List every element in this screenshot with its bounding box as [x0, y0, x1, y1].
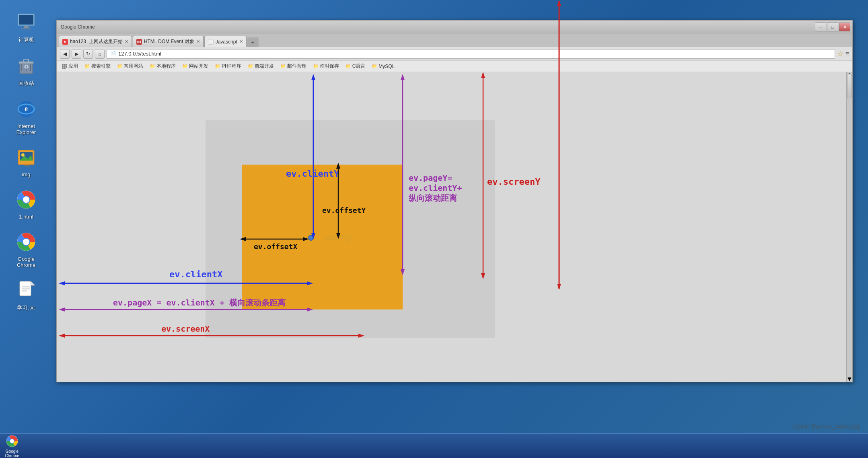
folder-icon-php: 📁	[215, 64, 220, 69]
menu-button[interactable]: ≡	[845, 50, 849, 58]
desktop-icon-1html[interactable]: 1.html	[4, 186, 48, 222]
svg-rect-2	[24, 26, 29, 28]
tab-javascript[interactable]: Javascript ✕	[204, 36, 247, 47]
folder-icon-frontend: 📁	[248, 64, 253, 69]
watermark: CSDN @weixin_44995391	[793, 423, 860, 430]
tab3-label: Javascript	[216, 39, 237, 45]
home-button[interactable]: ⌂	[95, 49, 105, 59]
svg-rect-38	[64, 68, 66, 69]
tab-hao123[interactable]: h hao123_上网从这里开始 ✕	[59, 36, 132, 47]
folder-icon-local: 📁	[150, 64, 155, 69]
url-box[interactable]: 📄 127.0.0.5/test.html	[107, 49, 835, 59]
scrollbar-thumb[interactable]	[847, 74, 852, 98]
bookmark-local[interactable]: 📁 本地程序	[148, 62, 177, 70]
bookmark-c[interactable]: 📁 C语言	[344, 62, 367, 70]
orange-box: azding	[242, 165, 403, 309]
close-button[interactable]: ✕	[839, 23, 850, 31]
svg-marker-63	[481, 72, 485, 78]
recycle-icon: ♻	[14, 54, 38, 78]
desktop-icon-chrome[interactable]: GoogleChrome	[4, 228, 48, 270]
bookmark-mysql-label: MySQL	[378, 64, 395, 69]
bookmark-frontend[interactable]: 📁 前端开发	[246, 62, 276, 70]
svg-rect-3	[21, 28, 31, 29]
bookmark-php[interactable]: 📁 PHP程序	[213, 62, 243, 70]
page-content: azding ev.clientY	[57, 72, 846, 382]
forward-button[interactable]: ▶	[72, 49, 81, 59]
bookmark-email-label: 邮件营销	[287, 63, 306, 70]
bookmark-webdev-label: 网站开发	[189, 63, 208, 70]
bookmarks-bar: 应用 📁 搜索引擎 📁 常用网站 📁 本地程序 📁 网站开发 📁 PHP程序	[57, 61, 852, 72]
1html-icon-label: 1.html	[19, 214, 33, 220]
bookmark-email[interactable]: 📁 邮件营销	[279, 62, 308, 70]
recycle-icon-label: 回收站	[19, 80, 34, 87]
window-controls: ─ □ ✕	[815, 23, 850, 31]
svg-marker-27	[31, 281, 35, 285]
browser-title: Google Chrome	[61, 24, 95, 30]
tab1-close[interactable]: ✕	[125, 39, 128, 44]
bookmark-apps[interactable]: 应用	[60, 62, 80, 70]
chrome-1html-icon	[14, 188, 38, 212]
folder-icon-email: 📁	[280, 64, 286, 69]
loading-text: azding	[325, 232, 351, 242]
scrollbar[interactable]: ▲ ▼	[846, 72, 852, 382]
tab-w3[interactable]: w3 HTML DOM Event 对象 ✕	[133, 36, 204, 47]
browser-window: Google Chrome ─ □ ✕ h hao123_上网从这里开始 ✕ w…	[56, 20, 853, 382]
svg-point-21	[23, 196, 29, 203]
ie-icon: e	[14, 97, 38, 121]
svg-rect-36	[66, 66, 67, 68]
svg-marker-58	[401, 74, 405, 80]
svg-marker-43	[59, 281, 65, 285]
txt-icon	[14, 278, 38, 302]
tab2-close[interactable]: ✕	[196, 39, 200, 44]
desktop-icon-img[interactable]: img img	[4, 143, 48, 179]
bookmark-common-label: 常用网站	[124, 63, 143, 70]
folder-icon-c: 📁	[346, 64, 351, 69]
desktop-icon-txt[interactable]: 学习.txt	[4, 276, 48, 314]
w3-favicon: w3	[136, 39, 142, 45]
svg-rect-35	[64, 66, 66, 68]
bookmark-mysql[interactable]: 📁 MySQL	[370, 63, 396, 70]
svg-rect-37	[62, 68, 64, 69]
tab1-label: hao123_上网从这里开始	[70, 38, 123, 45]
url-text: 127.0.0.5/test.html	[118, 51, 161, 57]
js-favicon	[208, 39, 214, 45]
bookmark-c-label: C语言	[352, 63, 366, 70]
apps-grid-icon	[62, 64, 67, 69]
bookmark-webdev[interactable]: 📁 网站开发	[181, 62, 210, 70]
minimize-button[interactable]: ─	[815, 23, 826, 31]
svg-rect-25	[20, 281, 31, 296]
maximize-button[interactable]: □	[827, 23, 838, 31]
back-button[interactable]: ◀	[60, 49, 70, 59]
svg-rect-31	[62, 64, 64, 66]
bookmark-temp[interactable]: 📁 临时保存	[311, 62, 341, 70]
bookmark-search-label: 搜索引擎	[91, 63, 111, 70]
new-tab-button[interactable]: +	[247, 37, 259, 47]
svg-rect-33	[66, 64, 67, 66]
bookmark-search[interactable]: 📁 搜索引擎	[83, 62, 112, 70]
desktop: 计算机 ♻ 回收站	[0, 0, 868, 458]
address-bar: ◀ ▶ ↻ ⌂ 📄 127.0.0.5/test.html ☆ ≡	[57, 47, 852, 61]
google-chrome-icon-label: GoogleChrome	[17, 256, 35, 268]
svg-point-16	[21, 153, 25, 157]
taskbar-chrome[interactable]: GoogleChrome	[0, 432, 24, 458]
folder-icon-search: 📁	[84, 64, 90, 69]
svg-rect-1	[19, 15, 33, 25]
svg-text:e: e	[25, 105, 28, 113]
folder-icon-webdev: 📁	[182, 64, 188, 69]
reload-button[interactable]: ↻	[83, 49, 93, 59]
tab3-close[interactable]: ✕	[239, 39, 243, 44]
svg-marker-55	[59, 334, 65, 338]
scroll-down-button[interactable]: ▼	[847, 376, 852, 382]
bookmark-common[interactable]: 📁 常用网站	[115, 62, 145, 70]
svg-text:♻: ♻	[24, 64, 29, 70]
svg-rect-34	[62, 66, 64, 68]
desktop-icon-recycle[interactable]: ♻ 回收站	[4, 52, 48, 89]
desktop-icon-computer[interactable]: 计算机	[4, 8, 48, 45]
desktop-icon-ie[interactable]: e InternetExplorer	[4, 95, 48, 137]
bookmark-star[interactable]: ☆	[837, 50, 843, 58]
img-icon-label: img	[22, 171, 31, 177]
tab2-label: HTML DOM Event 对象	[144, 38, 194, 45]
google-chrome-icon	[14, 230, 38, 254]
folder-icon-mysql: 📁	[372, 64, 377, 69]
folder-icon-common: 📁	[117, 64, 123, 69]
